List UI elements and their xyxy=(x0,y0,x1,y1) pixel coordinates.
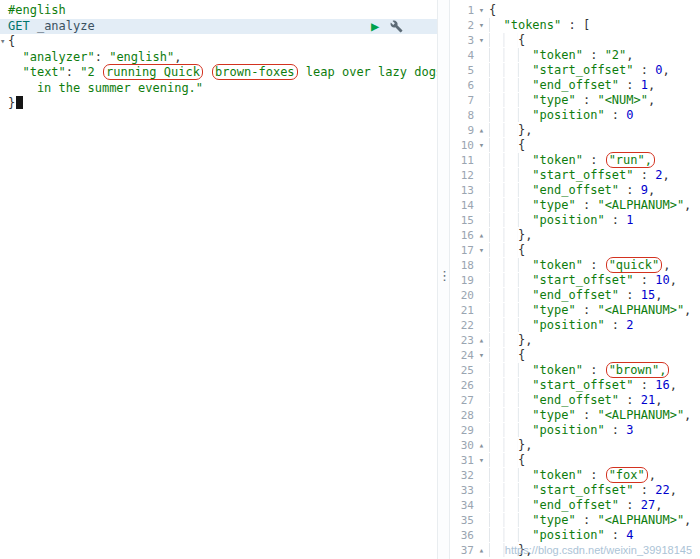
code-token: "type" xyxy=(532,408,575,422)
code-token xyxy=(489,288,532,302)
editor-line[interactable]: #english xyxy=(0,3,437,19)
code-text: "token" : "run", xyxy=(489,153,656,168)
fold-toggle-icon[interactable]: ▴ xyxy=(474,543,489,558)
fold-toggle-icon[interactable]: ▾ xyxy=(0,34,8,50)
fold-toggle-icon[interactable]: ▾ xyxy=(474,138,489,153)
code-token: "token" xyxy=(532,258,583,272)
response-line: 5 "start_offset" : 0, xyxy=(450,63,700,78)
line-number: 20 xyxy=(450,288,474,303)
code-text: "token" : "brown", xyxy=(489,363,670,378)
code-token: "<NUM>" xyxy=(597,93,648,107)
line-number: 3 xyxy=(450,33,474,48)
code-token: "token" xyxy=(532,468,583,482)
code-token xyxy=(489,243,518,257)
code-token: : xyxy=(583,48,605,62)
code-token: { xyxy=(518,243,525,257)
wrench-icon-glyph xyxy=(390,20,403,33)
code-token xyxy=(16,96,23,109)
annotation-box: "quick" xyxy=(606,257,663,273)
response-line: 14 "type" : "<ALPHANUM>", xyxy=(450,198,700,213)
editor-line[interactable]: } xyxy=(0,96,437,112)
response-line: 28 "type" : "<ALPHANUM>", xyxy=(450,408,700,423)
fold-toggle-icon[interactable]: ▾ xyxy=(474,243,489,258)
line-number: 26 xyxy=(450,378,474,393)
pane-resizer[interactable]: ⋮ xyxy=(437,0,450,559)
response-line: 34 "end_offset" : 27, xyxy=(450,498,700,513)
code-token: 21 xyxy=(641,393,655,407)
fold-toggle-icon[interactable]: ▴ xyxy=(474,333,489,348)
fold-spacer xyxy=(474,213,489,228)
resizer-handle-icon[interactable]: ⋮ xyxy=(438,268,449,283)
code-text: "start_offset" : 16, xyxy=(489,378,677,393)
code-token xyxy=(489,168,532,182)
code-token xyxy=(489,138,518,152)
response-line: 10▾ { xyxy=(450,138,700,153)
fold-spacer xyxy=(474,153,489,168)
editor-line[interactable]: "text": "2 running Quick brown-foxes lea… xyxy=(0,65,437,81)
line-number: 17 xyxy=(450,243,474,258)
code-text: "start_offset" : 22, xyxy=(489,483,677,498)
fold-spacer xyxy=(474,198,489,213)
line-number: 23 xyxy=(450,333,474,348)
code-token: , xyxy=(684,198,691,212)
code-token: : xyxy=(576,513,598,527)
fold-toggle-icon[interactable]: ▴ xyxy=(474,228,489,243)
fold-toggle-icon[interactable]: ▴ xyxy=(474,438,489,453)
request-editor[interactable]: #englishGET _analyze▾{ "analyzer": "engl… xyxy=(0,0,437,559)
fold-toggle-icon[interactable]: ▾ xyxy=(474,18,489,33)
response-line: 4 "token" : "2", xyxy=(450,48,700,63)
code-text: { xyxy=(489,138,525,153)
code-token xyxy=(489,318,532,332)
response-line: 9▴ }, xyxy=(450,123,700,138)
code-token xyxy=(489,333,518,347)
code-token: : xyxy=(619,288,641,302)
editor-line[interactable]: in the summer evening." xyxy=(0,81,437,97)
fold-toggle-icon[interactable]: ▾ xyxy=(474,33,489,48)
response-line: 16▴ }, xyxy=(450,228,700,243)
code-text: }, xyxy=(489,543,532,558)
fold-toggle-icon[interactable]: ▾ xyxy=(474,3,489,18)
line-number: 30 xyxy=(450,438,474,453)
code-token: "end_offset" xyxy=(532,498,619,512)
code-text: "position" : 3 xyxy=(489,423,634,438)
response-line: 25 "token" : "brown", xyxy=(450,363,700,378)
code-token: 27 xyxy=(641,498,655,512)
fold-toggle-icon[interactable]: ▾ xyxy=(474,348,489,363)
code-token: : xyxy=(576,303,598,317)
line-number: 9 xyxy=(450,123,474,138)
code-token xyxy=(489,303,532,317)
fold-toggle-icon[interactable]: ▴ xyxy=(474,123,489,138)
code-text: "type" : "<ALPHANUM>", xyxy=(489,513,691,528)
code-token: }, xyxy=(518,228,532,242)
fold-spacer xyxy=(474,318,489,333)
code-text: { xyxy=(489,453,525,468)
code-token: , xyxy=(663,258,670,272)
fold-spacer xyxy=(474,48,489,63)
code-text: }, xyxy=(489,228,532,243)
code-token: "<ALPHANUM>" xyxy=(597,408,684,422)
code-text: "position" : 2 xyxy=(489,318,634,333)
line-number: 15 xyxy=(450,213,474,228)
code-token: 16 xyxy=(655,378,669,392)
code-token: 1 xyxy=(626,213,633,227)
fold-spacer xyxy=(474,483,489,498)
fold-spacer xyxy=(474,78,489,93)
wrench-icon[interactable] xyxy=(390,20,403,33)
send-request-button[interactable]: ▶ xyxy=(371,19,379,34)
code-token: { xyxy=(518,33,525,47)
code-token: : xyxy=(605,528,627,542)
code-token: , xyxy=(174,50,181,64)
code-token: : xyxy=(619,498,641,512)
annotation-box: brown-foxes xyxy=(212,64,297,80)
code-token: 2 xyxy=(626,318,633,332)
editor-line[interactable]: "analyzer": "english", xyxy=(0,50,437,66)
code-token: "start_offset" xyxy=(532,483,633,497)
code-token: "end_offset" xyxy=(532,393,619,407)
response-line: 33 "start_offset" : 22, xyxy=(450,483,700,498)
code-token: "position" xyxy=(532,318,604,332)
code-token xyxy=(8,65,22,79)
editor-line[interactable]: ▾{ xyxy=(0,34,437,50)
line-number: 1 xyxy=(450,3,474,18)
fold-toggle-icon[interactable]: ▾ xyxy=(474,453,489,468)
response-line: 11 "token" : "run", xyxy=(450,153,700,168)
